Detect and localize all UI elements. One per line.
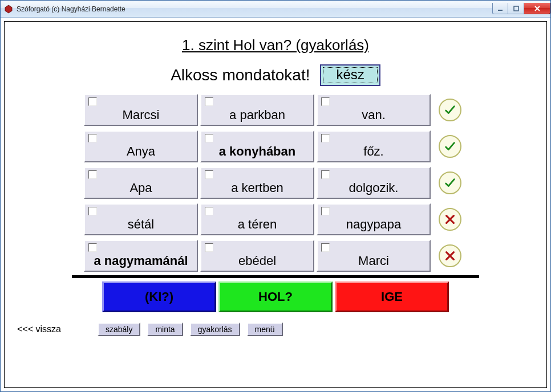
app-window: Szóforgató (c) Nagyházi Bernadette 1. sz…	[0, 0, 551, 392]
word-label: Apa	[129, 181, 152, 195]
word-label: Anya	[127, 144, 155, 159]
page-title: 1. szint Hol van? (gyakorlás)	[10, 36, 541, 54]
status-correct-icon	[439, 135, 461, 158]
word-cell[interactable]: főz.	[317, 130, 431, 162]
svg-marker-0	[5, 5, 12, 13]
word-label: a téren	[238, 217, 277, 232]
nav-button-gyakorlás[interactable]: gyakorlás	[190, 322, 240, 336]
word-cell[interactable]: Anya	[84, 130, 198, 162]
checkbox[interactable]	[88, 134, 97, 142]
checkbox[interactable]	[88, 170, 97, 179]
word-cell[interactable]: sétál	[84, 203, 198, 235]
word-cell[interactable]: a téren	[200, 203, 314, 235]
word-label: Marci	[358, 254, 389, 268]
checkbox[interactable]	[205, 207, 213, 215]
minimize-button[interactable]	[492, 3, 508, 14]
category-row: (KI?)HOL?IGE	[10, 281, 541, 312]
done-button[interactable]: kész	[320, 64, 380, 86]
checkbox[interactable]	[88, 97, 97, 106]
word-label: van.	[362, 108, 386, 122]
word-cell[interactable]: ebédel	[200, 240, 314, 272]
word-cell[interactable]: van.	[317, 94, 431, 126]
word-label: sétál	[128, 217, 154, 232]
status-wrong-icon	[439, 244, 461, 267]
status-correct-icon	[439, 172, 461, 194]
back-link[interactable]: <<< vissza	[17, 324, 61, 334]
word-cell[interactable]: nagypapa	[317, 203, 431, 235]
checkbox[interactable]	[321, 243, 330, 252]
category-header: (KI?)	[102, 281, 216, 312]
svg-rect-1	[498, 10, 503, 11]
status-wrong-icon	[439, 208, 461, 231]
word-label: nagypapa	[346, 217, 402, 232]
word-cell[interactable]: Marcsi	[84, 94, 198, 126]
word-label: a konyhában	[219, 144, 295, 159]
checkbox[interactable]	[321, 134, 330, 142]
word-cell[interactable]: a konyhában	[200, 130, 314, 162]
instruction-text: Alkoss mondatokat!	[171, 66, 310, 84]
nav-button-menü[interactable]: menü	[247, 322, 283, 336]
word-label: Marcsi	[123, 108, 160, 122]
word-cell[interactable]: a nagymamánál	[84, 240, 198, 272]
checkbox[interactable]	[88, 243, 97, 252]
nav-button-minta[interactable]: minta	[147, 322, 183, 336]
checkbox[interactable]	[205, 243, 213, 252]
word-label: a parkban	[229, 108, 285, 122]
svg-rect-2	[514, 6, 518, 11]
checkbox[interactable]	[205, 170, 213, 179]
sentence-grid: Marcsia parkbanvan.Anyaa konyhábanfőz.Ap…	[10, 94, 541, 272]
word-cell[interactable]: Marci	[317, 240, 431, 272]
word-cell[interactable]: Apa	[84, 167, 198, 199]
word-label: főz.	[363, 144, 383, 159]
window-controls	[492, 3, 550, 14]
status-correct-icon	[439, 99, 461, 121]
titlebar: Szóforgató (c) Nagyházi Bernadette	[1, 1, 550, 18]
word-cell[interactable]: dolgozik.	[317, 167, 431, 199]
word-label: ebédel	[238, 254, 276, 268]
word-label: a kertben	[231, 181, 283, 195]
word-cell[interactable]: a parkban	[200, 94, 314, 126]
checkbox[interactable]	[321, 207, 330, 215]
content-frame: 1. szint Hol van? (gyakorlás) Alkoss mon…	[4, 21, 547, 388]
checkbox[interactable]	[205, 134, 213, 142]
checkbox[interactable]	[205, 97, 213, 106]
checkbox[interactable]	[321, 170, 330, 179]
bottom-bar: <<< vissza szabálymintagyakorlásmenü	[10, 322, 541, 336]
category-header: HOL?	[218, 281, 333, 312]
word-cell[interactable]: a kertben	[200, 167, 314, 199]
divider	[72, 275, 479, 278]
word-label: dolgozik.	[349, 181, 399, 195]
word-label: a nagymamánál	[94, 254, 188, 268]
maximize-button[interactable]	[508, 3, 524, 14]
app-icon	[4, 5, 13, 14]
window-title: Szóforgató (c) Nagyházi Bernadette	[17, 5, 125, 13]
nav-button-szabály[interactable]: szabály	[98, 322, 140, 336]
checkbox[interactable]	[88, 207, 97, 215]
checkbox[interactable]	[321, 97, 330, 106]
category-header: IGE	[335, 281, 449, 312]
close-button[interactable]	[524, 3, 550, 14]
